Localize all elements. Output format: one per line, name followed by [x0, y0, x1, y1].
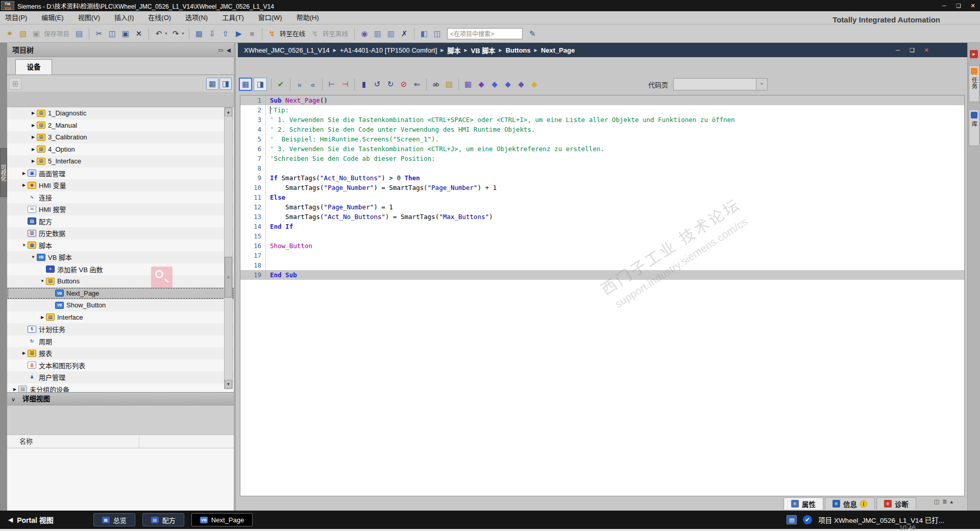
expander-right-icon[interactable]: ▶ [30, 159, 37, 163]
breadcrumb-segment-5[interactable]: Next_Page [541, 46, 575, 54]
tab-诊断[interactable]: ≡诊断 [876, 497, 916, 510]
taskbar-button-总览[interactable]: ▦总览 [93, 513, 135, 526]
editor-table-view-icon[interactable]: ▦ [239, 78, 252, 91]
synchronize-icon[interactable]: ▦ [462, 78, 474, 90]
expander-down-icon[interactable]: ▼ [20, 243, 28, 248]
menu-item-4[interactable]: 在线(O) [141, 11, 178, 25]
menu-item-8[interactable]: 帮助(H) [289, 11, 326, 25]
bookmark-icon[interactable]: ▮ [358, 78, 370, 90]
print-icon[interactable]: ▤ [73, 28, 85, 40]
tree-item-历史数据[interactable]: ▥历史数据 [7, 227, 234, 239]
任务-edge-tab[interactable]: 任务 [969, 65, 979, 102]
testing-task-icon[interactable]: ▸ [970, 50, 978, 58]
breadcrumb-segment-3[interactable]: VB 脚本 [471, 45, 496, 55]
code-line-8[interactable]: 8 [240, 163, 964, 173]
open-project-icon[interactable]: ▨ [17, 28, 29, 40]
tree-item-计划任务[interactable]: 5计划任务 [7, 323, 234, 335]
search-project-icon[interactable]: ✎ [526, 28, 538, 40]
expander-right-icon[interactable]: ▶ [30, 147, 37, 152]
code-line-4[interactable]: 4' 2. Schreiben Sie den Code unter Verwe… [240, 125, 964, 134]
menu-item-2[interactable]: 视图(V) [71, 11, 107, 25]
breadcrumb-segment-2[interactable]: 脚本 [447, 45, 460, 55]
dropdown-arrow-icon[interactable]: ▼ [756, 79, 767, 90]
stop-cpu-icon[interactable]: ▥ [385, 28, 397, 40]
outdent-icon[interactable]: « [307, 78, 319, 90]
codepage-dropdown[interactable]: ▼ [673, 78, 768, 90]
minimize-editor-icon[interactable]: ─ [891, 45, 905, 55]
detail-view-header[interactable]: ∨ 详细视图 [7, 392, 234, 405]
dropdown-arrow-icon[interactable]: ▼ [181, 32, 185, 35]
tree-item-4_Option[interactable]: ▶▤4_Option [7, 143, 234, 156]
minimize-icon[interactable]: ─ [937, 1, 951, 10]
expander-down-icon[interactable]: ▼ [39, 279, 46, 283]
code-line-17[interactable]: 17 [240, 251, 964, 260]
paste-icon[interactable]: ▣ [119, 28, 132, 40]
code-line-15[interactable]: 15 [240, 231, 964, 241]
restore-panel-icon[interactable]: ◫ [934, 498, 939, 505]
redo-icon[interactable]: ↷ [169, 28, 182, 40]
breadcrumb-segment-1[interactable]: +A1-4401-A10 [TP1500 Comfort] [340, 46, 437, 54]
code-line-16[interactable]: 16Show_Button [240, 241, 964, 251]
breadcrumb-segment-0[interactable]: XWheel_JMC_0526_L1_V14 [244, 46, 330, 54]
copy-icon[interactable]: ◫ [106, 28, 118, 40]
panel-list-icon[interactable]: ≣ [942, 498, 947, 505]
tree-item-HMI 报警[interactable]: ✉HMI 报警 [7, 203, 234, 215]
tree-item-1_Diagnostic[interactable]: ▶▤1_Diagnostic [7, 107, 234, 119]
code-line-5[interactable]: 5' Beispiel: HmiRuntime.Screens("Screen_… [240, 134, 964, 144]
tree-item-添加新 VB 函数[interactable]: ✶添加新 VB 函数 [7, 263, 234, 276]
close-icon[interactable]: ✕ [966, 1, 980, 10]
tree-item-3_Calibration[interactable]: ▶▤3_Calibration [7, 131, 234, 143]
tab-信息[interactable]: ≡信息i [825, 497, 875, 510]
tree-item-Interface[interactable]: ▶▤Interface [7, 311, 234, 324]
tree-item-脚本[interactable]: ▼▦脚本 [7, 239, 234, 252]
cut-icon[interactable]: ✂ [93, 28, 105, 40]
set-mark-icon[interactable]: ⊢ [326, 78, 338, 90]
pin-panel-icon[interactable]: ▭ [218, 43, 223, 57]
start-runtime-icon[interactable]: ▶ [233, 28, 245, 40]
split-horizontal-icon[interactable]: ◧ [418, 28, 430, 40]
code-editor[interactable]: 1Sub Next_Page()2'Tip:3' 1. Verwenden Si… [240, 95, 965, 496]
go-online-label[interactable]: 转至在线 [280, 29, 305, 38]
tree-item-5_Interface[interactable]: ▶▤5_Interface [7, 155, 234, 167]
search-input[interactable] [447, 28, 523, 39]
tab-属性[interactable]: ≡属性 [783, 497, 823, 510]
expander-right-icon[interactable]: ▶ [11, 387, 18, 392]
maximize-editor-icon[interactable]: ❏ [905, 45, 919, 55]
new-project-icon[interactable]: ✶ [4, 28, 16, 40]
menu-item-3[interactable]: 插入(I) [107, 11, 141, 25]
tree-item-报表[interactable]: ▶▤报表 [7, 347, 234, 359]
remove-mark-icon[interactable]: ⊣ [339, 78, 351, 90]
accept-icon[interactable]: ✔ [275, 78, 287, 90]
insert-section-icon[interactable]: ▨ [443, 78, 455, 90]
menu-item-6[interactable]: 工具(T) [215, 11, 251, 25]
code-line-12[interactable]: 12 SmartTags("Page_Number") = 1 [240, 202, 964, 212]
tag-table-icon[interactable]: ◆ [475, 78, 487, 90]
expander-right-icon[interactable]: ▶ [30, 111, 37, 115]
maximize-icon[interactable]: ❏ [951, 1, 966, 10]
accessible-devices-icon[interactable]: ◉ [358, 28, 371, 40]
code-line-7[interactable]: 7'Schreiben Sie den Code ab dieser Posit… [240, 154, 964, 163]
expander-right-icon[interactable]: ▶ [30, 135, 37, 139]
goto-icon[interactable]: ⇐ [411, 78, 423, 90]
tree-item-Show_Button[interactable]: VBShow_Button [7, 299, 234, 311]
start-cpu-icon[interactable]: ▥ [372, 28, 384, 40]
tree-item-VB 脚本[interactable]: ▼VBVB 脚本 [7, 251, 234, 263]
go-online-icon[interactable]: ↯ [266, 28, 278, 40]
library-block-icon[interactable]: ◆ [515, 78, 527, 90]
collapse-panel-icon[interactable]: ◀ [227, 43, 231, 57]
tree-item-画面管理[interactable]: ▶▣画面管理 [7, 167, 234, 180]
tree-item-配方[interactable]: ▤配方 [7, 215, 234, 228]
split-vertical-icon[interactable]: ◫ [431, 28, 444, 40]
go-offline-label[interactable]: 转至离线 [323, 29, 348, 38]
save-project-icon[interactable]: ▣ [30, 28, 42, 40]
next-bookmark-icon[interactable]: ↻ [384, 78, 397, 90]
delete-icon[interactable]: ✕ [133, 28, 145, 40]
taskbar-button-配方[interactable]: ▤配方 [142, 513, 184, 526]
go-offline-icon[interactable]: ↯ [309, 28, 321, 40]
tree-item-未分组的设备[interactable]: ▶▤未分组的设备 [7, 383, 234, 393]
库-edge-tab[interactable]: 库 [969, 109, 979, 146]
reference-projects-icon[interactable]: ▤ [787, 515, 797, 524]
udt-icon[interactable]: ◆ [502, 78, 514, 90]
tree-item-2_Manual[interactable]: ▶▤2_Manual [7, 119, 234, 132]
save-project-label[interactable]: 保存项目 [44, 29, 69, 38]
